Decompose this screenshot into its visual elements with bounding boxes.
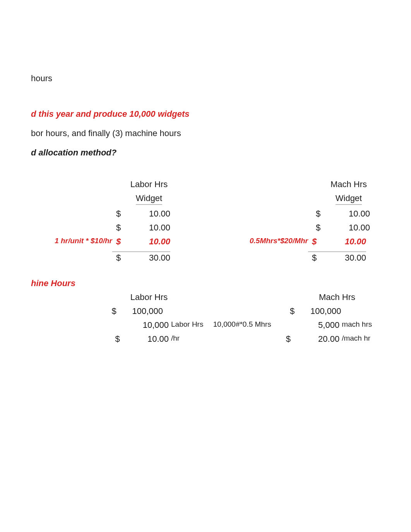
labor-hrs-unit: Labor Hrs xyxy=(169,320,209,330)
mach-hrs-header-2: Mach Hrs xyxy=(319,292,355,302)
currency-symbol xyxy=(111,320,127,330)
labor-hrs-header-2: Labor Hrs xyxy=(130,292,168,302)
currency-symbol: $ xyxy=(308,237,324,247)
currency-symbol xyxy=(282,320,298,330)
mach-row-3: 10.00 xyxy=(324,237,366,247)
labor-subheader: Widget xyxy=(136,193,162,205)
per-mach-hr-unit: /mach hr xyxy=(339,334,380,344)
currency-symbol: $ xyxy=(112,223,128,233)
labor-total: 30.00 xyxy=(128,251,170,263)
mach2-row-1: 100,000 xyxy=(301,306,341,316)
costing-table: Labor Hrs Mach Hrs xyxy=(31,179,380,189)
currency-symbol: $ xyxy=(286,306,301,316)
currency-symbol: $ xyxy=(282,334,298,344)
mach2-row-3: 20.00 xyxy=(297,334,339,344)
labor2-row-3: 10.00 xyxy=(127,334,169,344)
mach2-row-2: 5,000 xyxy=(297,320,339,330)
heading-allocation-method: d allocation method? xyxy=(31,148,380,158)
mach-total: 30.00 xyxy=(324,251,366,263)
labor-row-2: 10.00 xyxy=(128,223,170,233)
labor-row-3: 10.00 xyxy=(128,237,170,247)
labor2-row-1: 100,000 xyxy=(123,306,163,316)
heading-bor-hours: bor hours, and finally (3) machine hours xyxy=(31,128,380,138)
currency-symbol: $ xyxy=(112,237,128,247)
labor-header: Labor Hrs xyxy=(130,179,168,189)
currency-symbol: $ xyxy=(312,223,327,233)
top-hours: hours xyxy=(31,73,380,84)
mach-hrs-unit: mach hrs xyxy=(339,320,380,330)
labor2-row-2: 10,000 xyxy=(127,320,169,330)
labor-row-1: 10.00 xyxy=(128,209,170,219)
mach-row-2: 10.00 xyxy=(327,223,370,233)
heading-produce-widgets: d this year and produce 10,000 widgets xyxy=(31,109,380,119)
currency-symbol: $ xyxy=(312,209,327,219)
per-hr-unit: /hr xyxy=(169,334,209,344)
currency-symbol: $ xyxy=(308,251,324,263)
currency-symbol: $ xyxy=(111,334,127,344)
labor-formula: 1 hr/unit * $10/hr xyxy=(31,237,112,247)
currency-symbol: $ xyxy=(112,209,128,219)
currency-symbol: $ xyxy=(108,306,123,316)
mach-row-1: 10.00 xyxy=(327,209,370,219)
mach-subheader: Widget xyxy=(336,193,362,205)
mach-formula: 0.5Mhrs*$20/Mhr xyxy=(231,237,308,247)
hine-hours-heading: hine Hours xyxy=(31,278,380,288)
mach-header: Mach Hrs xyxy=(331,179,367,189)
mach-formula-2: 10,000#*0.5 Mhrs xyxy=(213,320,282,330)
currency-symbol: $ xyxy=(112,251,128,263)
